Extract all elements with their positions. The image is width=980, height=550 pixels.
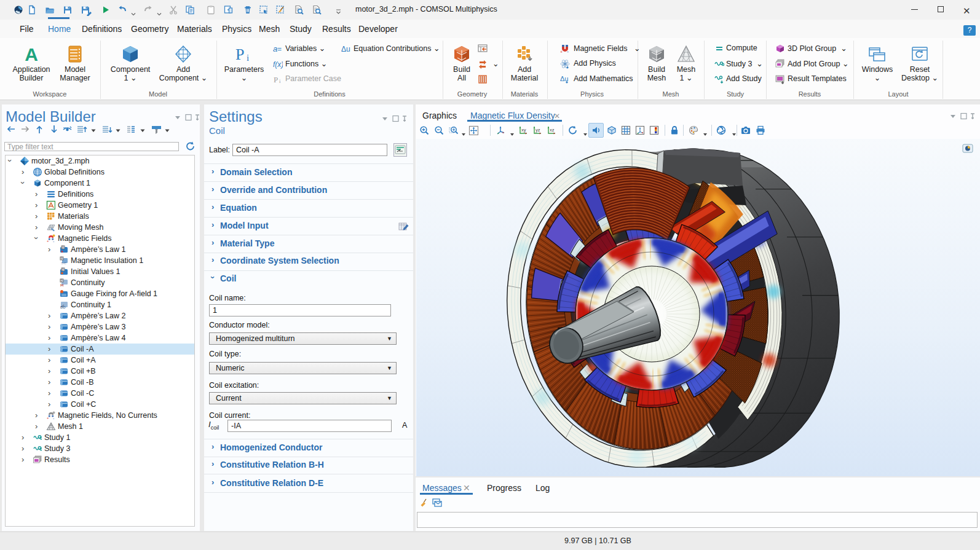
svg-text:xz: xz xyxy=(550,127,555,133)
svg-text:⊃⊂: ⊃⊂ xyxy=(61,261,67,265)
svg-text:-: - xyxy=(53,416,55,420)
svg-text:xy: xy xyxy=(521,127,526,133)
svg-text:DD: DD xyxy=(60,305,66,309)
svg-text:-: - xyxy=(567,49,569,53)
svg-text:-: - xyxy=(53,239,55,243)
svg-text:+: + xyxy=(47,239,49,243)
svg-text:yz: yz xyxy=(535,127,540,133)
svg-text:+: + xyxy=(560,50,563,53)
svg-text:⋈: ⋈ xyxy=(60,283,64,287)
svg-text:+: + xyxy=(47,416,49,420)
